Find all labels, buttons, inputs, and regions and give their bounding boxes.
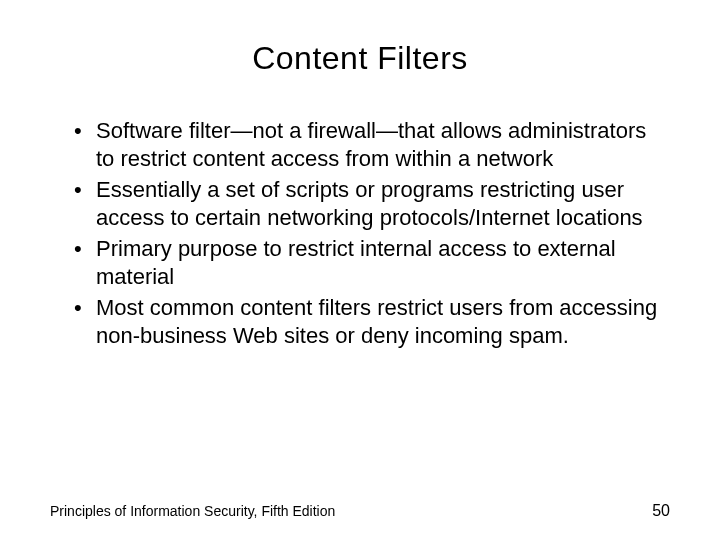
slide-container: Content Filters Software filter—not a fi… (0, 0, 720, 540)
slide-title: Content Filters (50, 40, 670, 77)
bullet-item: Essentially a set of scripts or programs… (74, 176, 670, 231)
slide-footer: Principles of Information Security, Fift… (50, 502, 670, 520)
footer-source: Principles of Information Security, Fift… (50, 503, 335, 519)
bullet-item: Software filter—not a firewall—that allo… (74, 117, 670, 172)
bullet-list: Software filter—not a firewall—that allo… (50, 117, 670, 349)
bullet-item: Primary purpose to restrict internal acc… (74, 235, 670, 290)
footer-page-number: 50 (652, 502, 670, 520)
bullet-item: Most common content filters restrict use… (74, 294, 670, 349)
